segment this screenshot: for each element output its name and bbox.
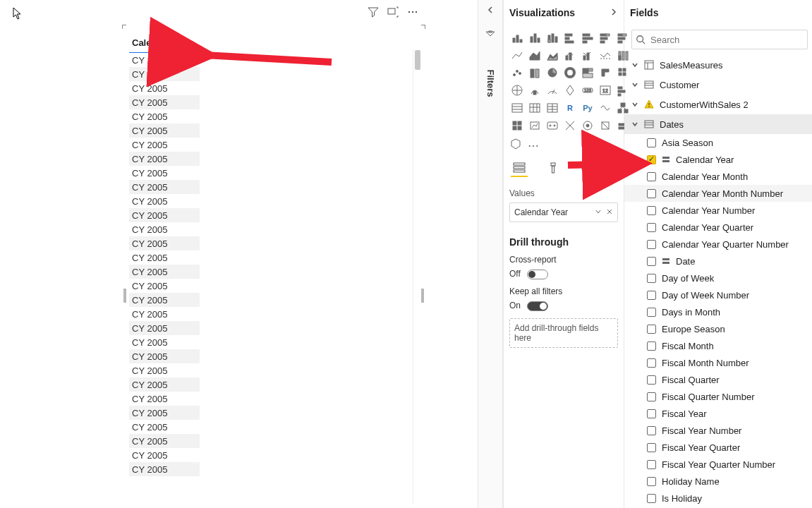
viz-type-icon[interactable] <box>598 65 613 80</box>
table-item[interactable]: Customer <box>630 75 812 95</box>
custom-visual-icon[interactable] <box>509 138 522 153</box>
value-field-chip[interactable]: Calendar Year <box>509 202 618 222</box>
field-row[interactable]: Fiscal Month Number <box>630 354 812 371</box>
table-row[interactable]: CY 2005 <box>129 420 200 434</box>
table-row[interactable]: CY 2005 <box>129 307 200 321</box>
table-item[interactable]: Dates <box>624 114 812 134</box>
field-checkbox[interactable] <box>647 308 656 317</box>
field-row[interactable]: Europe Season <box>630 320 812 337</box>
format-tab[interactable] <box>545 160 562 177</box>
field-checkbox[interactable] <box>647 291 656 300</box>
viz-type-icon[interactable] <box>527 100 543 116</box>
remove-field-icon[interactable] <box>606 207 613 217</box>
chevron-down-icon[interactable] <box>595 207 602 217</box>
viz-type-icon[interactable] <box>545 100 560 116</box>
table-row[interactable]: CY 2005 <box>129 462 200 476</box>
viz-type-icon[interactable] <box>562 65 578 80</box>
viz-type-icon[interactable] <box>527 30 543 45</box>
field-checkbox[interactable] <box>647 274 656 283</box>
table-item[interactable]: CustomerWithSales 2 <box>630 95 812 114</box>
viz-type-icon[interactable] <box>509 30 525 45</box>
viz-type-icon[interactable] <box>545 118 560 133</box>
viz-type-icon[interactable] <box>598 30 613 45</box>
filter-icon[interactable] <box>368 6 379 20</box>
field-row[interactable]: Fiscal Year Number <box>630 422 812 439</box>
viz-type-icon[interactable] <box>509 83 525 98</box>
field-row[interactable]: Fiscal Quarter <box>630 371 812 388</box>
viz-type-icon[interactable] <box>509 118 525 133</box>
table-row[interactable]: CY 2005 <box>129 335 200 349</box>
viz-type-icon[interactable] <box>527 47 543 63</box>
viz-type-icon[interactable]: 12 <box>598 83 613 98</box>
field-checkbox[interactable] <box>647 392 656 401</box>
field-checkbox[interactable] <box>647 426 656 435</box>
fields-search-input[interactable] <box>631 30 808 49</box>
field-checkbox[interactable] <box>647 206 656 215</box>
field-checkbox[interactable] <box>647 460 656 469</box>
table-row[interactable]: CY 2005 <box>129 377 200 392</box>
field-row[interactable]: Fiscal Month <box>630 337 812 354</box>
field-row[interactable]: Fiscal Year Quarter Number <box>630 456 812 473</box>
expand-filters-icon[interactable] <box>478 0 502 20</box>
table-row[interactable]: CY 2005 <box>129 95 200 109</box>
field-checkbox[interactable] <box>647 189 656 198</box>
viz-type-icon[interactable] <box>527 65 543 80</box>
field-checkbox[interactable] <box>647 257 656 266</box>
field-checkbox[interactable] <box>647 223 656 232</box>
viz-type-icon[interactable] <box>598 47 613 63</box>
table-row[interactable]: CY 2005 <box>129 67 200 81</box>
field-row[interactable]: Calendar Year Number <box>630 202 812 219</box>
table-row[interactable]: CY 2005 <box>129 265 200 279</box>
table-row[interactable]: CY 2005 <box>129 109 200 123</box>
field-checkbox[interactable] <box>647 375 656 385</box>
viz-type-icon[interactable] <box>545 83 560 98</box>
field-row[interactable]: Calendar Year Month <box>630 168 812 185</box>
table-row[interactable]: CY 2005 <box>129 138 200 152</box>
field-row[interactable]: Day of Week <box>630 270 812 286</box>
focus-mode-icon[interactable] <box>387 6 399 20</box>
fields-tab[interactable] <box>511 160 528 177</box>
table-row[interactable]: CY 2005 <box>129 53 200 67</box>
field-row[interactable]: Calendar Year Quarter Number <box>630 236 812 253</box>
field-row[interactable]: Fiscal Year Quarter <box>630 439 812 456</box>
table-row[interactable]: CY 2005 <box>129 236 200 250</box>
field-checkbox[interactable] <box>647 325 656 334</box>
cross-report-toggle[interactable] <box>527 270 548 279</box>
viz-type-icon[interactable]: Py <box>580 100 595 116</box>
viz-type-icon[interactable] <box>527 83 543 98</box>
viz-type-icon[interactable] <box>580 118 595 133</box>
viz-type-icon[interactable] <box>509 65 525 80</box>
viz-type-icon[interactable] <box>545 30 560 45</box>
field-checkbox[interactable] <box>647 477 656 486</box>
field-checkbox[interactable] <box>647 138 656 147</box>
table-item[interactable]: SalesMeasures <box>630 55 812 75</box>
field-checkbox[interactable] <box>647 443 656 452</box>
viz-type-icon[interactable] <box>509 47 525 63</box>
keep-filters-toggle[interactable] <box>527 301 548 311</box>
viz-type-icon[interactable] <box>580 30 595 45</box>
filters-pane-collapsed[interactable]: Filters <box>478 0 503 508</box>
table-row[interactable]: CY 2005 <box>129 250 200 265</box>
table-row[interactable]: CY 2005 <box>129 208 200 222</box>
field-checkbox[interactable] <box>647 409 656 418</box>
field-row[interactable]: Fiscal Year <box>630 405 812 422</box>
table-row[interactable]: CY 2005 <box>129 81 200 95</box>
table-row[interactable]: CY 2005 <box>129 349 200 363</box>
table-row[interactable]: CY 2005 <box>129 434 200 448</box>
drillthrough-dropzone[interactable]: Add drill-through fields here <box>509 318 618 348</box>
viz-type-icon[interactable] <box>598 100 613 116</box>
field-row[interactable]: Calendar Year <box>630 151 812 168</box>
field-checkbox[interactable] <box>647 341 656 351</box>
scroll-thumb[interactable] <box>415 50 420 70</box>
viz-type-icon[interactable] <box>580 65 595 80</box>
table-row[interactable]: CY 2005 <box>129 180 200 194</box>
table-row[interactable]: CY 2005 <box>129 406 200 420</box>
viz-type-icon[interactable] <box>545 47 560 63</box>
table-row[interactable]: CY 2005 <box>129 166 200 180</box>
viz-type-icon[interactable] <box>562 118 578 133</box>
field-row[interactable]: Calendar Year Month Number <box>624 185 812 202</box>
table-row[interactable]: CY 2005 <box>129 123 200 138</box>
field-row[interactable]: Asia Season <box>630 134 812 151</box>
table-row[interactable]: CY 2005 <box>129 152 200 166</box>
field-row[interactable]: Is Holiday <box>630 490 812 507</box>
